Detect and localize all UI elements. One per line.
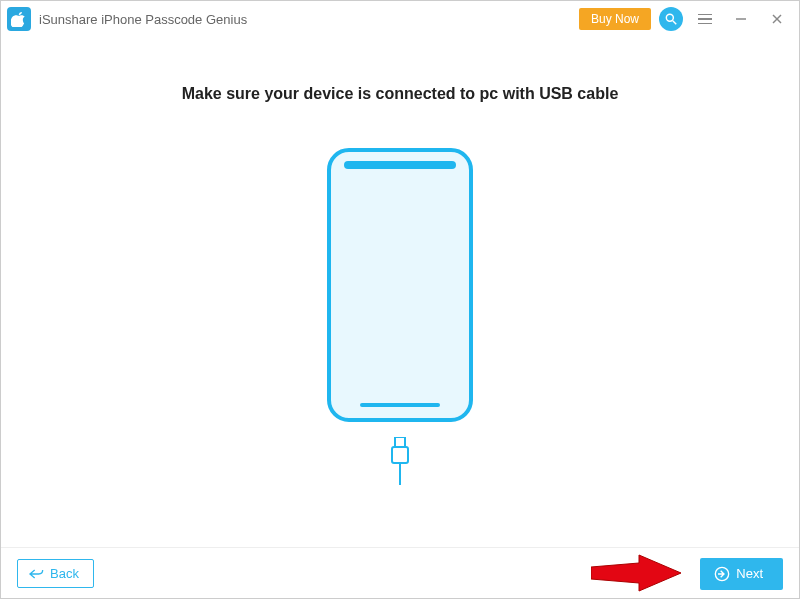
main-panel: Make sure your device is connected to pc… [1,37,799,547]
usb-cable-icon [388,437,412,485]
next-button-label: Next [736,566,763,581]
footer: Back Next [1,547,799,599]
close-button[interactable] [763,5,791,33]
svg-rect-8 [395,437,405,447]
back-button[interactable]: Back [17,559,94,588]
menu-button[interactable] [691,5,719,33]
app-title: iSunshare iPhone Passcode Genius [39,12,247,27]
instruction-text: Make sure your device is connected to pc… [1,85,799,103]
svg-rect-7 [360,403,440,407]
next-arrow-icon [714,566,730,582]
svg-point-0 [666,14,673,21]
device-illustration [1,147,799,485]
back-arrow-icon [28,567,44,581]
back-button-label: Back [50,566,79,581]
svg-rect-5 [329,150,471,420]
minimize-icon [735,13,747,25]
buy-now-button[interactable]: Buy Now [579,8,651,30]
next-button[interactable]: Next [700,558,783,590]
help-button[interactable] [659,7,683,31]
titlebar: iSunshare iPhone Passcode Genius Buy Now [1,1,799,37]
phone-icon [326,147,474,423]
search-icon [664,12,678,26]
app-logo-icon [7,7,31,31]
minimize-button[interactable] [727,5,755,33]
svg-marker-12 [591,555,681,591]
close-icon [771,13,783,25]
annotation-arrow-icon [591,553,681,593]
svg-line-1 [673,21,677,25]
svg-rect-6 [344,161,456,169]
svg-rect-9 [392,447,408,463]
